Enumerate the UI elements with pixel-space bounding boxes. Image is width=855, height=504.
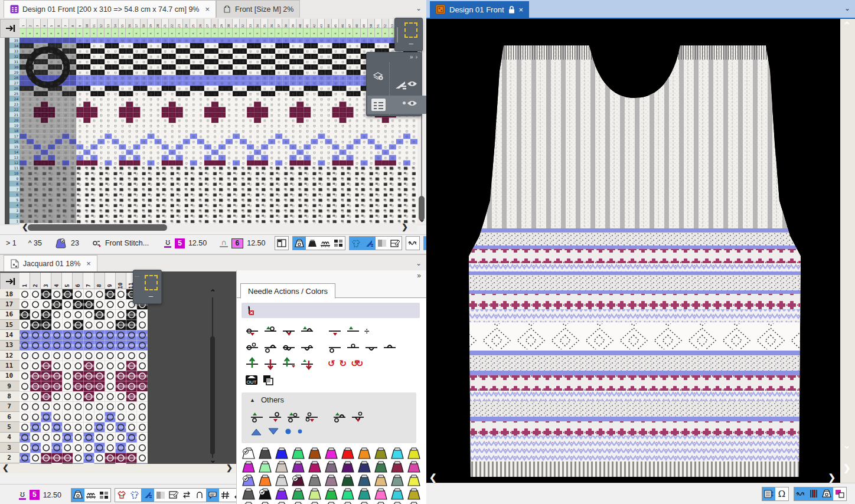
yarn-cone-swatch[interactable] bbox=[290, 474, 306, 487]
needle-action-oth-2circle-down[interactable] bbox=[305, 410, 319, 423]
row-number[interactable]: 17 bbox=[9, 133, 19, 139]
needle-action-dip-stitch[interactable] bbox=[364, 341, 378, 354]
needle-action-transfer-up-arc[interactable] bbox=[300, 324, 314, 337]
yarn-cone-swatch[interactable] bbox=[323, 474, 340, 487]
yarn-cone-swatch[interactable] bbox=[306, 474, 323, 487]
swap-arrows-icon[interactable] bbox=[180, 489, 193, 502]
yarn-cone-swatch[interactable] bbox=[240, 487, 257, 501]
form-cell[interactable]: « bbox=[346, 28, 353, 38]
ruler-cell[interactable]: 7 bbox=[83, 273, 94, 289]
form-cell[interactable]: « bbox=[289, 28, 296, 38]
pattern-grid-icon[interactable] bbox=[332, 237, 345, 250]
row-number[interactable]: 12 bbox=[0, 351, 19, 361]
ruler-cell[interactable]: 48 bbox=[353, 19, 360, 28]
form-cell[interactable]: « bbox=[76, 28, 83, 38]
row-number[interactable]: 18 bbox=[9, 128, 19, 133]
ruler-cell[interactable]: 5 bbox=[62, 273, 73, 289]
visibility-eye-icon[interactable] bbox=[407, 80, 417, 87]
ruler-cell[interactable]: 20 bbox=[155, 19, 162, 28]
ruler-cell[interactable]: 52 bbox=[382, 19, 389, 28]
needle-action-rotate-right[interactable]: ↻ bbox=[340, 358, 347, 369]
row-number[interactable]: 14 bbox=[9, 149, 19, 155]
row-number[interactable]: 25 bbox=[9, 91, 19, 96]
yarn-cone-swatch[interactable] bbox=[273, 474, 290, 487]
needle-action-tuck-back-circle[interactable] bbox=[282, 341, 296, 354]
stitch-symbol-icon[interactable]: ʊ bbox=[19, 490, 26, 500]
form-cell[interactable]: « bbox=[97, 28, 105, 38]
scroll-down-icon[interactable]: ⌄ bbox=[843, 440, 851, 451]
ruler-cell[interactable]: 40 bbox=[296, 19, 304, 28]
minimize-button[interactable]: – bbox=[409, 41, 413, 47]
visibility-eye-icon[interactable] bbox=[407, 100, 417, 107]
row-number[interactable]: 29 bbox=[9, 70, 19, 75]
form-cell[interactable]: « bbox=[325, 28, 332, 38]
selection-strip[interactable] bbox=[5, 38, 9, 224]
form-cell[interactable]: « bbox=[261, 28, 268, 38]
form-cell[interactable]: « bbox=[126, 28, 133, 38]
row-number[interactable]: 3 bbox=[9, 208, 19, 214]
ruler-cell[interactable]: 37 bbox=[275, 19, 282, 28]
form-cell[interactable]: « bbox=[169, 28, 176, 38]
row-ruler[interactable]: 3534333231302928272625242322212019181716… bbox=[9, 38, 19, 224]
ruler-cell[interactable]: 6 bbox=[73, 273, 83, 289]
selection-rect-icon[interactable] bbox=[404, 22, 417, 38]
row-number[interactable]: 10 bbox=[0, 371, 19, 381]
ruler-cell[interactable]: 3 bbox=[34, 19, 41, 28]
ruler-cell[interactable]: 39 bbox=[289, 19, 296, 28]
color-layer-icon[interactable] bbox=[371, 98, 386, 112]
yarn-cone-swatch[interactable] bbox=[240, 474, 257, 487]
yarn-cone-swatch[interactable] bbox=[257, 474, 273, 487]
row-number[interactable]: 16 bbox=[0, 310, 19, 320]
row-number[interactable]: 22 bbox=[9, 107, 19, 112]
form-cell[interactable]: « bbox=[119, 28, 126, 38]
yarn-cone-swatch[interactable] bbox=[273, 487, 290, 501]
ruler-cell[interactable]: 10 bbox=[116, 273, 126, 289]
yarn-path-icon[interactable] bbox=[406, 237, 419, 250]
form-cell[interactable]: « bbox=[361, 28, 368, 38]
form-cell[interactable]: « bbox=[112, 28, 119, 38]
yarn-cone-swatch[interactable] bbox=[340, 487, 356, 501]
yarn-path-icon[interactable] bbox=[794, 487, 807, 500]
ruler-cell[interactable]: 43 bbox=[318, 19, 325, 28]
needle-bed-icon[interactable] bbox=[807, 487, 820, 500]
row-number[interactable]: 17 bbox=[0, 299, 19, 309]
form-cell[interactable]: « bbox=[282, 28, 289, 38]
row-number[interactable]: 4 bbox=[0, 433, 19, 443]
garment-3d-canvas[interactable]: ❮ ❯ bbox=[426, 19, 840, 483]
needle-action-float-circle[interactable] bbox=[328, 341, 342, 354]
ruler-cell[interactable]: 46 bbox=[339, 19, 346, 28]
vscroll-thumb[interactable] bbox=[210, 336, 215, 454]
form-cell[interactable]: « bbox=[296, 28, 304, 38]
row-number[interactable]: 11 bbox=[0, 361, 19, 371]
row-number[interactable]: 13 bbox=[9, 155, 19, 160]
stitch-value2-badge[interactable]: 6 bbox=[231, 238, 244, 248]
gradient-icon[interactable] bbox=[154, 489, 167, 502]
yarn-cone-swatch[interactable] bbox=[290, 501, 306, 504]
pan-right-icon[interactable]: ❯ bbox=[828, 472, 836, 483]
yarn-cone-swatch[interactable] bbox=[306, 501, 323, 504]
ruler-cell[interactable]: 1 bbox=[19, 273, 30, 289]
form-cell[interactable]: « bbox=[176, 28, 183, 38]
yarn-cone-swatch[interactable] bbox=[323, 501, 340, 504]
ruler-cell[interactable]: 24 bbox=[183, 19, 190, 28]
row-number[interactable]: 16 bbox=[9, 139, 19, 144]
ruler-cell[interactable]: 1 bbox=[19, 19, 27, 28]
ruler-cell[interactable]: 27 bbox=[204, 19, 211, 28]
yarn-cone-swatch[interactable] bbox=[356, 474, 373, 487]
form-cell[interactable]: « bbox=[90, 28, 97, 38]
yarn-cone-dark-icon[interactable] bbox=[306, 237, 319, 250]
row-number[interactable]: 9 bbox=[9, 176, 19, 181]
needle-action-triangle-up-blue[interactable] bbox=[250, 427, 263, 436]
yarn-cone-swatch[interactable] bbox=[406, 460, 422, 474]
needle-action-oth-up-arc[interactable] bbox=[332, 410, 347, 423]
yarn-cone-swatch[interactable] bbox=[323, 487, 340, 501]
tab-design-01-front-view[interactable]: Design 01 Front × bbox=[430, 1, 529, 18]
row-number[interactable]: 4 bbox=[9, 202, 19, 208]
row-number[interactable]: 27 bbox=[9, 80, 19, 86]
yarn-cone-swatch[interactable] bbox=[340, 501, 356, 504]
edit-grid-icon[interactable] bbox=[389, 237, 402, 250]
ruler-cell[interactable]: 18 bbox=[141, 19, 148, 28]
row-ruler[interactable]: 181716151413121110987654321 bbox=[0, 289, 19, 473]
tab-jacquard[interactable]: Jacquard 01 18% × bbox=[4, 255, 97, 271]
yarn-cone-swatch[interactable] bbox=[240, 447, 257, 460]
